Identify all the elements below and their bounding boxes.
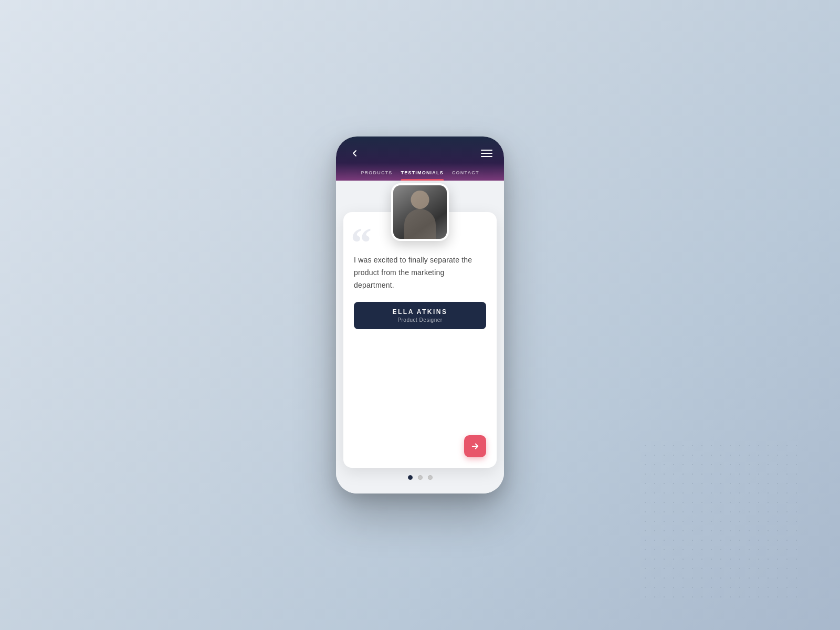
tab-products[interactable]: PRODUCTS: [361, 170, 392, 181]
phone-shell: PRODUCTS TESTIMONIALS CONTACT “ I was ex…: [336, 136, 504, 494]
back-button[interactable]: [348, 146, 362, 161]
next-button[interactable]: [464, 435, 486, 457]
avatar-image: [393, 185, 447, 239]
testimonial-title: Product Designer: [362, 317, 478, 323]
phone-header: PRODUCTS TESTIMONIALS CONTACT: [336, 136, 504, 181]
tab-testimonials[interactable]: TESTIMONIALS: [401, 170, 443, 181]
decorative-dot-grid: [640, 441, 798, 598]
avatar-wrapper: [391, 183, 449, 241]
nav-tabs: PRODUCTS TESTIMONIALS CONTACT: [348, 170, 492, 181]
name-badge: ELLA ATKINS Product Designer: [354, 302, 486, 329]
menu-icon[interactable]: [481, 150, 492, 157]
quote-text: I was excited to finally separate the pr…: [354, 254, 486, 291]
testimonial-card: “ I was excited to finally separate the …: [343, 212, 497, 468]
dot-2[interactable]: [418, 475, 423, 480]
tab-contact[interactable]: CONTACT: [452, 170, 479, 181]
testimonial-name: ELLA ATKINS: [362, 308, 478, 316]
dot-3[interactable]: [428, 475, 433, 480]
dot-1[interactable]: [408, 475, 413, 480]
top-bar: [348, 146, 492, 161]
phone-body: “ I was excited to finally separate the …: [336, 181, 504, 494]
pagination-dots: [408, 468, 433, 485]
